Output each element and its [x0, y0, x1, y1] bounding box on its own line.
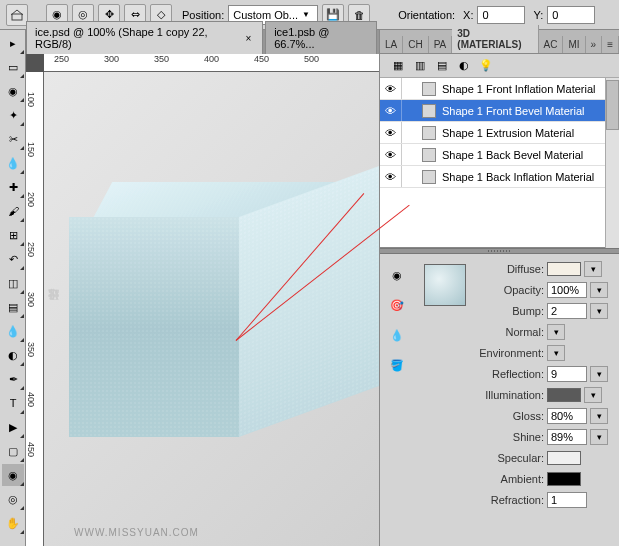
move-tool[interactable]: ▸ — [2, 32, 24, 54]
panel-tab-3d[interactable]: 3D (MATERIALS) — [452, 25, 538, 53]
filter-mesh-icon[interactable]: ▥ — [412, 58, 428, 74]
x-label: X: — [463, 9, 473, 21]
visibility-eye-icon[interactable]: 👁 — [380, 100, 402, 121]
bucket-tool-icon[interactable]: 🪣 — [384, 354, 410, 376]
refraction-label: Refraction: — [470, 494, 544, 506]
tools-panel: ▸ ▭ ◉ ✦ ✂ 💧 ✚ 🖌 ⊞ ↶ ◫ ▤ 💧 ◐ ✒ T ▶ ▢ ◉ ◎ … — [0, 30, 26, 546]
filter-scene-icon[interactable]: ▦ — [390, 58, 406, 74]
texture-menu-icon[interactable]: ▾ — [547, 324, 565, 340]
orientation-x-input[interactable] — [477, 6, 525, 24]
visibility-eye-icon[interactable]: 👁 — [380, 78, 402, 99]
visibility-eye-icon[interactable]: 👁 — [380, 166, 402, 187]
watermark: WWW.MISSYUAN.COM — [74, 527, 199, 538]
blur-tool[interactable]: 💧 — [2, 320, 24, 342]
texture-menu-icon[interactable]: ▾ — [590, 282, 608, 298]
panel-tab-channels[interactable]: CH — [403, 36, 428, 53]
shine-input[interactable] — [547, 429, 587, 445]
document-tab-0[interactable]: ice.psd @ 100% (Shape 1 copy 22, RGB/8) … — [26, 21, 263, 54]
wand-tool[interactable]: ✦ — [2, 104, 24, 126]
position-label: Position: — [182, 9, 224, 21]
panel-tab-actions[interactable]: AC — [539, 36, 564, 53]
material-row[interactable]: 👁 Shape 1 Front Inflation Material — [380, 78, 605, 100]
lasso-tool[interactable]: ◉ — [2, 80, 24, 102]
sphere-view-icon[interactable]: ◉ — [384, 264, 410, 286]
texture-menu-icon[interactable]: ▾ — [584, 387, 602, 403]
3d-camera-tool[interactable]: ◎ — [2, 488, 24, 510]
texture-menu-icon[interactable]: ▾ — [590, 408, 608, 424]
y-label: Y: — [533, 9, 543, 21]
hand-tool[interactable]: ✋ — [2, 512, 24, 534]
texture-menu-icon[interactable]: ▾ — [590, 366, 608, 382]
diffuse-swatch[interactable] — [547, 262, 581, 276]
shape-tool[interactable]: ▢ — [2, 440, 24, 462]
ruler-horizontal: 250 300 350 400 450 500 — [44, 54, 379, 72]
close-icon[interactable]: × — [243, 32, 254, 44]
texture-menu-icon[interactable]: ▾ — [590, 303, 608, 319]
visibility-eye-icon[interactable]: 👁 — [380, 122, 402, 143]
brush-tool[interactable]: 🖌 — [2, 200, 24, 222]
texture-menu-icon[interactable]: ▾ — [590, 429, 608, 445]
eraser-tool[interactable]: ◫ — [2, 272, 24, 294]
material-row[interactable]: 👁 Shape 1 Back Inflation Material — [380, 166, 605, 188]
visibility-eye-icon[interactable]: 👁 — [380, 144, 402, 165]
document-area: ice.psd @ 100% (Shape 1 copy 22, RGB/8) … — [26, 30, 379, 546]
ambient-label: Ambient: — [470, 473, 544, 485]
pen-tool[interactable]: ✒ — [2, 368, 24, 390]
document-tabs: ice.psd @ 100% (Shape 1 copy 22, RGB/8) … — [26, 30, 379, 54]
bump-label: Bump: — [470, 305, 544, 317]
canvas[interactable]: 思维设计论坛 WWW.MISSYUAN.COM — [44, 72, 379, 546]
material-row[interactable]: 👁 Shape 1 Back Bevel Material — [380, 144, 605, 166]
marquee-tool[interactable]: ▭ — [2, 56, 24, 78]
panel-menu-icon[interactable]: ≡ — [602, 36, 619, 53]
illumination-swatch[interactable] — [547, 388, 581, 402]
picker-tool-icon[interactable]: 🎯 — [384, 294, 410, 316]
gloss-label: Gloss: — [470, 410, 544, 422]
dodge-tool[interactable]: ◐ — [2, 344, 24, 366]
ice-cube-object[interactable] — [84, 167, 354, 437]
panel-tab-layers[interactable]: LA — [380, 36, 403, 53]
svg-rect-0 — [12, 14, 22, 20]
ambient-swatch[interactable] — [547, 472, 581, 486]
filter-bulb-icon[interactable]: 💡 — [478, 58, 494, 74]
specular-swatch[interactable] — [547, 451, 581, 465]
panel-tab-mini[interactable]: MI — [563, 36, 585, 53]
normal-label: Normal: — [470, 326, 544, 338]
path-select-tool[interactable]: ▶ — [2, 416, 24, 438]
opacity-input[interactable] — [547, 282, 587, 298]
texture-menu-icon[interactable]: ▾ — [584, 261, 602, 277]
filter-light-icon[interactable]: ◐ — [456, 58, 472, 74]
reflection-input[interactable] — [547, 366, 587, 382]
healing-tool[interactable]: ✚ — [2, 176, 24, 198]
orientation-label: Orientation: — [398, 9, 455, 21]
gloss-input[interactable] — [547, 408, 587, 424]
gradient-tool[interactable]: ▤ — [2, 296, 24, 318]
illumination-label: Illumination: — [470, 389, 544, 401]
home-icon[interactable] — [6, 4, 28, 26]
material-preview[interactable] — [424, 264, 466, 306]
panel-tab-paths[interactable]: PA — [429, 36, 453, 53]
orientation-y-input[interactable] — [547, 6, 595, 24]
diffuse-label: Diffuse: — [470, 263, 544, 275]
material-row[interactable]: 👁 Shape 1 Extrusion Material — [380, 122, 605, 144]
material-row[interactable]: 👁 Shape 1 Front Bevel Material — [380, 100, 605, 122]
eyedropper-tool[interactable]: 💧 — [2, 152, 24, 174]
material-swatch-icon — [422, 148, 436, 162]
document-tab-1[interactable]: ice1.psb @ 66.7%... — [265, 21, 377, 54]
panel-expand-icon[interactable]: » — [586, 36, 603, 53]
shine-label: Shine: — [470, 431, 544, 443]
bump-input[interactable] — [547, 303, 587, 319]
stamp-tool[interactable]: ⊞ — [2, 224, 24, 246]
refraction-input[interactable] — [547, 492, 587, 508]
scrollbar[interactable] — [605, 78, 619, 248]
scroll-thumb[interactable] — [606, 80, 619, 130]
ruler-vertical: 100 150 200 250 300 350 400 450 — [26, 72, 44, 546]
reflection-label: Reflection: — [470, 368, 544, 380]
type-tool[interactable]: T — [2, 392, 24, 414]
specular-label: Specular: — [470, 452, 544, 464]
3d-rotate-tool[interactable]: ◉ — [2, 464, 24, 486]
texture-menu-icon[interactable]: ▾ — [547, 345, 565, 361]
drop-tool-icon[interactable]: 💧 — [384, 324, 410, 346]
history-brush-tool[interactable]: ↶ — [2, 248, 24, 270]
filter-material-icon[interactable]: ▤ — [434, 58, 450, 74]
crop-tool[interactable]: ✂ — [2, 128, 24, 150]
